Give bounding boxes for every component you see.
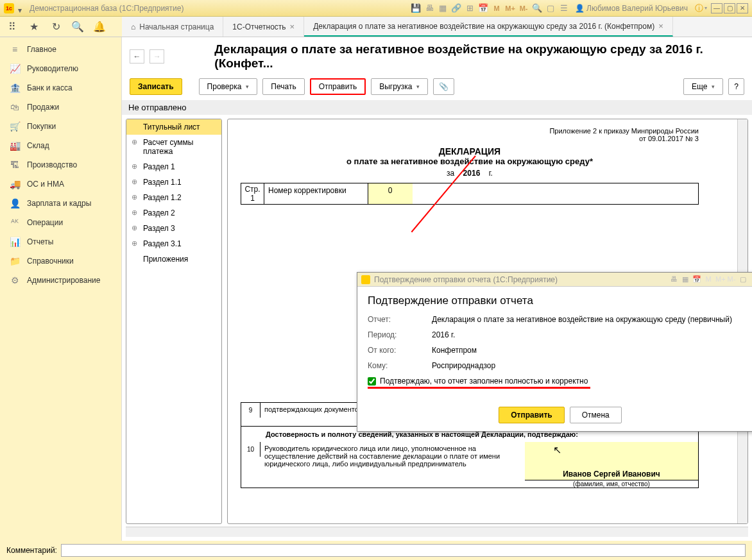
close-icon[interactable]: ×	[290, 22, 295, 31]
link-icon[interactable]: 🔗	[450, 3, 462, 14]
info-icon[interactable]: ⓘ	[693, 3, 705, 14]
attach-button[interactable]: 📎	[433, 78, 454, 95]
sales-icon: 🛍	[9, 101, 21, 113]
more-button[interactable]: Еще	[683, 78, 723, 95]
calendar-icon[interactable]: 📅	[477, 3, 489, 14]
sidebar-item-operations[interactable]: ᴬᴷОперации	[0, 213, 121, 232]
confirm-checkbox[interactable]	[368, 377, 376, 386]
page-cell: Стр.1	[241, 183, 264, 204]
dlg-max-icon[interactable]: ▢	[739, 275, 748, 284]
sidebar-item-warehouse[interactable]: 🏭Склад	[0, 136, 121, 155]
calc-icon[interactable]: ⊞	[464, 3, 475, 14]
task-icon[interactable]: ☰	[558, 3, 570, 14]
window-minimize[interactable]: —	[711, 3, 722, 13]
sidebar-item-sales[interactable]: 🛍Продажи	[0, 98, 121, 117]
dialog-logo	[361, 275, 370, 284]
confirm-checkbox-row[interactable]: Подтверждаю, что отчет заполнен полность…	[368, 377, 590, 389]
zoom-icon[interactable]: 🔍	[531, 3, 543, 14]
tab-home[interactable]: ⌂Начальная страница	[122, 17, 223, 37]
sidebar-item-bank[interactable]: 🏦Банк и касса	[0, 78, 121, 98]
dialog-send-button[interactable]: Отправить	[499, 407, 564, 423]
window-close[interactable]: ✕	[737, 3, 748, 13]
nav-sidebar: ≡Главное 📈Руководителю 🏦Банк и касса 🛍Пр…	[0, 37, 122, 541]
sidebar-item-reports[interactable]: 📊Отчеты	[0, 232, 121, 251]
history-icon[interactable]: ↻	[50, 21, 62, 33]
help-button[interactable]: ?	[728, 78, 744, 95]
status-text: Не отправлено	[122, 100, 752, 115]
apps-icon[interactable]: ⠿	[6, 21, 18, 33]
person-icon: 👤	[9, 198, 21, 209]
comment-input[interactable]	[61, 544, 746, 557]
sidebar-item-production[interactable]: 🏗Производство	[0, 155, 121, 174]
horizontal-scrollbar[interactable]	[126, 527, 748, 537]
main-toolbar: ⠿ ★ ↻ 🔍 🔔 ⌂Начальная страница 1С-Отчетно…	[0, 17, 752, 37]
nav-back-button[interactable]: ←	[130, 49, 144, 64]
current-user[interactable]: 👤Любимов Валерий Юрьевич	[575, 4, 688, 13]
check-button[interactable]: Проверка	[199, 78, 258, 95]
dlg-cal-icon[interactable]: 📅	[692, 275, 701, 284]
correction-label: Номер корректировки	[264, 183, 368, 204]
section-title-page[interactable]: Титульный лист	[126, 119, 221, 135]
search-icon[interactable]: 🔍	[72, 21, 83, 33]
close-icon[interactable]: ×	[658, 21, 663, 31]
section-3-1[interactable]: Раздел 3.1	[126, 236, 221, 251]
app-menu-dropdown[interactable]: ▾	[18, 6, 23, 11]
value-report: Декларация о плате за негативное воздейс…	[432, 315, 752, 324]
box-icon[interactable]: ▢	[545, 3, 556, 14]
dlg-m-icon[interactable]: M	[704, 275, 713, 284]
dialog-cancel-button[interactable]: Отмена	[570, 407, 622, 423]
section-attachments[interactable]: Приложения	[126, 251, 221, 267]
dlg-mm-icon[interactable]: M-	[727, 275, 736, 284]
user-icon: 👤	[575, 4, 585, 13]
section-3[interactable]: Раздел 3	[126, 221, 221, 236]
nav-forward-button[interactable]: →	[150, 49, 164, 64]
dlg-grid-icon[interactable]: ▦	[681, 275, 690, 284]
tab-declaration[interactable]: Декларация о плате за негативное воздейс…	[304, 17, 673, 37]
print-button[interactable]: Печать	[262, 78, 304, 95]
print-icon[interactable]: 🖶	[423, 3, 435, 14]
section-1-2[interactable]: Раздел 1.2	[126, 190, 221, 205]
save-button[interactable]: Записать	[130, 78, 182, 95]
signer-name-field[interactable]: Иванов Сергей Иванович	[525, 442, 698, 480]
tab-reporting[interactable]: 1С-Отчетность×	[223, 17, 304, 37]
chart-icon: 📈	[9, 63, 21, 74]
truck-icon: 🚚	[9, 178, 21, 190]
cart-icon: 🛒	[9, 121, 21, 132]
home-icon: ⌂	[131, 22, 135, 31]
m-minus-icon[interactable]: M-	[518, 3, 529, 14]
notify-icon[interactable]: 🔔	[94, 21, 105, 33]
label-to: Кому:	[368, 361, 432, 370]
doc-icon[interactable]: ▦	[437, 3, 449, 14]
app-logo: 1c	[4, 3, 14, 13]
m-icon[interactable]: M	[491, 3, 502, 14]
dlg-mp-icon[interactable]: M+	[715, 275, 724, 284]
section-calc[interactable]: Расчет суммы платежа	[126, 135, 221, 159]
sidebar-item-directories[interactable]: 📁Справочники	[0, 251, 121, 271]
favorite-icon[interactable]: ★	[28, 21, 40, 33]
operations-icon: ᴬᴷ	[9, 217, 21, 228]
window-maximize[interactable]: ▢	[724, 3, 735, 13]
section-2[interactable]: Раздел 2	[126, 205, 221, 221]
section-1-1[interactable]: Раздел 1.1	[126, 174, 221, 190]
save-icon[interactable]: 💾	[410, 3, 422, 14]
dlg-print-icon[interactable]: 🖶	[669, 275, 678, 284]
signer-caption: (фамилия, имя, отчество)	[525, 480, 698, 488]
sidebar-item-manager[interactable]: 📈Руководителю	[0, 59, 121, 78]
correction-field[interactable]: 0	[368, 183, 413, 204]
sidebar-item-assets[interactable]: 🚚ОС и НМА	[0, 174, 121, 194]
export-button[interactable]: Выгрузка	[371, 78, 428, 95]
sidebar-item-salary[interactable]: 👤Зарплата и кадры	[0, 194, 121, 213]
production-icon: 🏗	[9, 159, 21, 171]
reports-icon: 📊	[9, 236, 21, 248]
doc-note2: от 09.01.2017 № 3	[241, 135, 699, 142]
doc-note: Приложение 2 к приказу Минприроды России	[241, 127, 699, 135]
label-report: Отчет:	[368, 315, 432, 324]
comment-label: Комментарий:	[6, 546, 57, 555]
m-plus-icon[interactable]: M+	[504, 3, 516, 14]
sidebar-item-purchases[interactable]: 🛒Покупки	[0, 117, 121, 136]
warehouse-icon: 🏭	[9, 140, 21, 151]
sidebar-item-main[interactable]: ≡Главное	[0, 40, 121, 59]
sidebar-item-admin[interactable]: ⚙Администрирование	[0, 271, 121, 290]
send-button[interactable]: Отправить	[310, 78, 366, 95]
section-1[interactable]: Раздел 1	[126, 159, 221, 174]
